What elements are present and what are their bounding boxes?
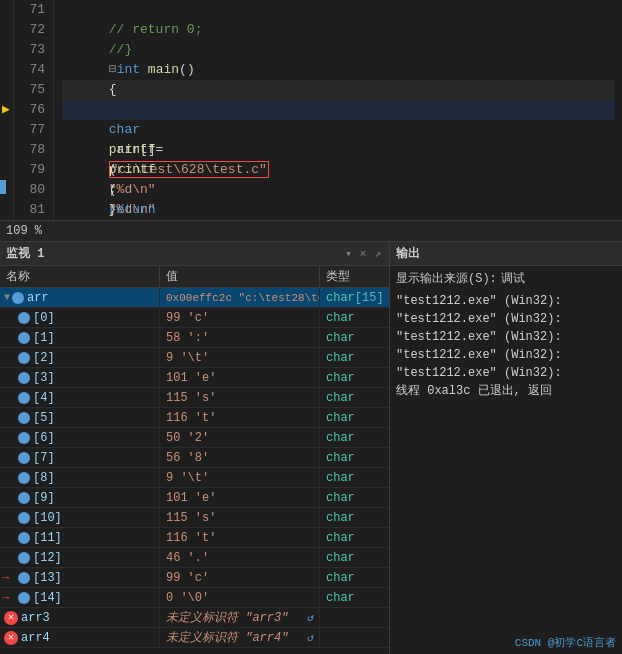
watch-type-13: char <box>320 568 389 587</box>
watch-val-11: 116 't' <box>160 528 320 547</box>
watch-type-11: char <box>320 528 389 547</box>
watch-type-10: char <box>320 508 389 527</box>
watch-col-name: 名称 <box>0 266 160 287</box>
watch-type-7: char <box>320 448 389 467</box>
watch-pin-button[interactable]: ▾ <box>343 247 354 260</box>
watch-row-3[interactable]: [3] 101 'e' char <box>0 368 389 388</box>
watermark: CSDN @初学C语言者 <box>515 635 616 650</box>
output-line-2: "test1212.exe" (Win32): <box>396 328 616 346</box>
watch-table-header: 名称 值 类型 <box>0 266 389 288</box>
watch-panel-title: 监视 1 <box>6 245 44 262</box>
output-panel-titlebar: 输出 <box>390 242 622 266</box>
output-source-label: 显示输出来源(S): <box>396 270 497 288</box>
line-numbers: 71 72 73 74 75 76 77 78 79 80 81 82 <box>14 0 54 220</box>
watch-val-14: 0 '\0' <box>160 588 320 607</box>
watch-name-1: [1] <box>0 328 160 347</box>
code-line-71: // return 0; <box>62 0 614 20</box>
watch-name-8: [8] <box>0 468 160 487</box>
watch-name-0: [0] <box>0 308 160 327</box>
watch-arrow-13: → <box>2 568 9 588</box>
watch-type-3: char <box>320 368 389 387</box>
watch-row-13[interactable]: → [13] 99 'c' char <box>0 568 389 588</box>
zoom-bar: 109 % <box>0 220 622 242</box>
watch-col-type: 类型 <box>320 266 389 287</box>
watch-name-7: [7] <box>0 448 160 467</box>
bookmark-icon <box>0 180 6 194</box>
watch-table: 名称 值 类型 ▼ arr 0x00effc2c "c:\test28\test… <box>0 266 389 654</box>
watch-row-1[interactable]: [1] 58 ':' char <box>0 328 389 348</box>
code-line-80: } <box>62 180 614 200</box>
watch-name-arr4: ✕arr4 <box>0 628 160 647</box>
code-line-81 <box>62 200 614 220</box>
watch-name-arr: ▼ arr <box>0 288 160 307</box>
watch-val-13: 99 'c' <box>160 568 320 587</box>
watch-row-7[interactable]: [7] 56 '8' char <box>0 448 389 468</box>
watch-row-2[interactable]: [2] 9 '\t' char <box>0 348 389 368</box>
watch-name-14: [14] <box>0 588 160 607</box>
output-line-5: 线程 0xal3c 已退出, 返回 <box>396 382 616 400</box>
output-line-1: "test1212.exe" (Win32): <box>396 310 616 328</box>
watch-panel-controls: ▾ × ↗ <box>343 247 383 260</box>
watch-row-14[interactable]: → [14] 0 '\0' char <box>0 588 389 608</box>
watch-arrow-14: → <box>2 588 9 608</box>
watch-val-arr3: 未定义标识符 "arr3" ↺ <box>160 608 320 627</box>
code-line-78 <box>62 140 614 160</box>
watch-row-12[interactable]: [12] 46 '.' char <box>0 548 389 568</box>
watch-name-12: [12] <box>0 548 160 567</box>
watch-type-14: char <box>320 588 389 607</box>
watch-val-5: 116 't' <box>160 408 320 427</box>
watch-type-arr4 <box>320 628 389 647</box>
watch-row-5[interactable]: [5] 116 't' char <box>0 408 389 428</box>
watch-row-9[interactable]: [9] 101 'e' char <box>0 488 389 508</box>
watch-val-9: 101 'e' <box>160 488 320 507</box>
watch-type-4: char <box>320 388 389 407</box>
watch-row-arr4[interactable]: ✕arr4 未定义标识符 "arr4" ↺ <box>0 628 389 648</box>
watch-val-arr4: 未定义标识符 "arr4" ↺ <box>160 628 320 647</box>
watch-row-0[interactable]: [0] 99 'c' char <box>0 308 389 328</box>
watch-name-5: [5] <box>0 408 160 427</box>
watch-type-arr3 <box>320 608 389 627</box>
watch-val-8: 9 '\t' <box>160 468 320 487</box>
watch-col-value: 值 <box>160 266 320 287</box>
watch-type-2: char <box>320 348 389 367</box>
watch-name-11: [11] <box>0 528 160 547</box>
watch-type-9: char <box>320 488 389 507</box>
code-line-73: ⊟int main() <box>62 40 614 60</box>
code-line-76: printf ( "%d\n" , strlen ( "abcdef" )); … <box>62 100 614 120</box>
debug-arrow-icon: ▶ <box>2 100 10 120</box>
watch-row-6[interactable]: [6] 50 '2' char <box>0 428 389 448</box>
watch-type-12: char <box>320 548 389 567</box>
watch-val-7: 56 '8' <box>160 448 320 467</box>
watch-type-0: char <box>320 308 389 327</box>
watch-expand-button[interactable]: ↗ <box>372 247 383 260</box>
watch-type-6: char <box>320 428 389 447</box>
watch-val-0: 99 'c' <box>160 308 320 327</box>
output-source-row: 显示输出来源(S): 调试 <box>396 270 616 288</box>
watch-row-10[interactable]: [10] 115 's' char <box>0 508 389 528</box>
watch-val-1: 58 ':' <box>160 328 320 347</box>
output-panel-title: 输出 <box>396 245 420 262</box>
zoom-level: 109 % <box>6 224 42 238</box>
watch-name-arr3: ✕arr3 <box>0 608 160 627</box>
watch-panel-titlebar: 监视 1 ▾ × ↗ <box>0 242 389 266</box>
output-source-value: 调试 <box>501 270 525 288</box>
output-line-3: "test1212.exe" (Win32): <box>396 346 616 364</box>
output-panel: 输出 显示输出来源(S): 调试 "test1212.exe" (Win32):… <box>390 242 622 654</box>
watch-name-4: [4] <box>0 388 160 407</box>
code-editor: ▶ 71 72 73 74 75 76 77 78 79 80 81 82 //… <box>0 0 622 220</box>
watch-row-8[interactable]: [8] 9 '\t' char <box>0 468 389 488</box>
watch-name-13: [13] <box>0 568 160 587</box>
watch-type-1: char <box>320 328 389 347</box>
watch-type-5: char <box>320 408 389 427</box>
output-content: 显示输出来源(S): 调试 "test1212.exe" (Win32): "t… <box>390 266 622 404</box>
watch-val-10: 115 's' <box>160 508 320 527</box>
watch-row-11[interactable]: [11] 116 't' char <box>0 528 389 548</box>
watch-panel: 监视 1 ▾ × ↗ 名称 值 类型 ▼ arr <box>0 242 390 654</box>
watch-row-arr[interactable]: ▼ arr 0x00effc2c "c:\test28\test.c" 🔍 ch… <box>0 288 389 308</box>
code-line-72: //} <box>62 20 614 40</box>
watch-val-12: 46 '.' <box>160 548 320 567</box>
watch-row-arr3[interactable]: ✕arr3 未定义标识符 "arr3" ↺ <box>0 608 389 628</box>
watch-close-button[interactable]: × <box>358 248 369 260</box>
code-line-79: return 0; <box>62 160 614 180</box>
watch-row-4[interactable]: [4] 115 's' char <box>0 388 389 408</box>
